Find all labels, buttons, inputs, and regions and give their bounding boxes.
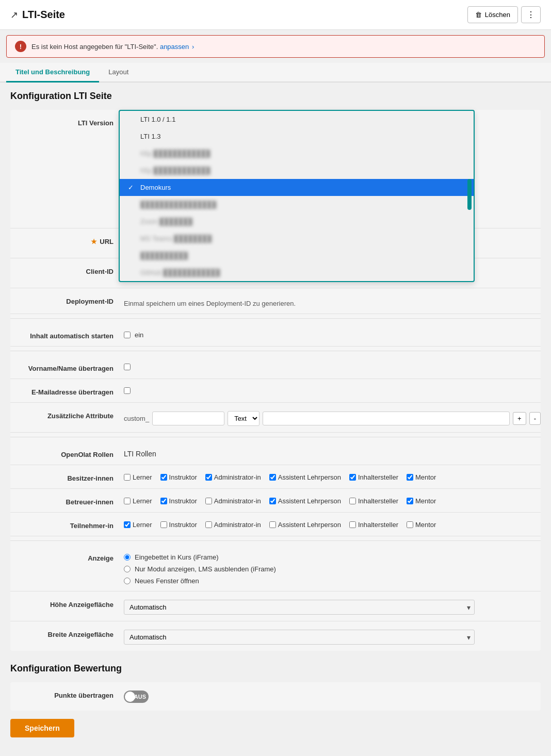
save-button[interactable]: Speichern	[10, 719, 74, 737]
anzeige-option-2: Nur Modul anzeigen, LMS ausblenden (iFra…	[124, 565, 541, 573]
email-row: E-Mailadresse übertragen	[10, 379, 541, 403]
check-selected: ✓	[128, 184, 136, 191]
firstname-checkbox[interactable]	[124, 364, 131, 370]
breite-select[interactable]: Automatisch	[124, 630, 475, 645]
betreuer-assistent-cb[interactable]	[269, 498, 276, 504]
besitzer-instruktor-cb[interactable]	[160, 474, 167, 481]
attr-type-select[interactable]: Text	[228, 411, 260, 426]
attr-value-input[interactable]	[263, 412, 510, 425]
divider-3	[10, 437, 541, 437]
besitzer-assistent: Assistent Lehrperson	[269, 473, 341, 481]
attr-name-input[interactable]	[152, 412, 224, 425]
breite-select-wrapper: Automatisch	[124, 630, 475, 645]
breite-row: Breite Anzeigefläche Automatisch	[10, 621, 541, 651]
page-title-area: ↗ LTI-Seite	[10, 9, 65, 21]
besitzer-lerner-cb[interactable]	[124, 474, 131, 481]
teilnehmer-lerner: Lerner	[124, 521, 152, 529]
check-empty	[128, 201, 136, 208]
teilnehmer-lerner-cb[interactable]	[124, 521, 131, 528]
teilnehmer-admin-cb[interactable]	[205, 521, 212, 528]
divider-4	[10, 540, 541, 541]
dropdown-item-lti10[interactable]: LTI 1.0 / 1.1	[120, 111, 474, 128]
teilnehmer-assistent-cb[interactable]	[269, 521, 276, 528]
delete-label: Löschen	[485, 11, 510, 19]
teilnehmer-mentor: Mentor	[407, 521, 436, 529]
anzeige-radio-1[interactable]	[124, 554, 131, 561]
check-empty	[128, 252, 136, 259]
lti-version-dropdown[interactable]: LTI 1.0 / 1.1 LTI 1.3 h5p ████████████ h…	[119, 110, 475, 282]
hoehe-select[interactable]: Automatisch	[124, 600, 475, 615]
auto-start-checkbox[interactable]	[124, 332, 131, 338]
betreuer-control: Lerner Instruktor Administrator-in Assis…	[124, 495, 541, 505]
dropdown-item-blurred1[interactable]: ████████████████	[120, 196, 474, 213]
client-id-label: Client-ID	[10, 265, 124, 275]
firstname-row: Vorname/Name übertragen	[10, 355, 541, 379]
betreuer-row: Betreuer-innen Lerner Instruktor Adminis…	[10, 489, 541, 513]
besitzer-admin-cb[interactable]	[205, 474, 212, 481]
auto-start-checkbox-label: ein	[135, 331, 143, 339]
betreuer-instruktor-cb[interactable]	[160, 498, 167, 504]
besitzer-control: Lerner Instruktor Administrator-in Assis…	[124, 471, 541, 481]
custom-attr-row: Zusätzliche Attribute custom_ Text + -	[10, 403, 541, 433]
custom-attr-label: Zusätzliche Attribute	[10, 409, 124, 420]
teilnehmer-admin: Administrator-in	[205, 521, 261, 529]
tab-title-description[interactable]: Titel und Beschreibung	[6, 63, 99, 83]
check-empty	[128, 235, 136, 242]
anzeige-radio-2[interactable]	[124, 566, 131, 572]
scroll-indicator	[467, 179, 472, 210]
page-header: ↗ LTI-Seite 🗑 Löschen ⋮	[0, 0, 551, 30]
teilnehmer-row: Teilnehmer-in Lerner Instruktor Administ…	[10, 513, 541, 536]
dropdown-item-demokurs[interactable]: ✓ Demokurs	[120, 179, 474, 196]
anzeige-radio-3[interactable]	[124, 578, 131, 584]
toggle-track[interactable]: AUS	[124, 691, 149, 703]
hoehe-row: Höhe Anzeigefläche Automatisch	[10, 591, 541, 621]
betreuer-inhalt-cb[interactable]	[349, 498, 356, 504]
hoehe-control: Automatisch	[124, 598, 541, 615]
besitzer-label: Besitzer-innen	[10, 471, 124, 482]
hoehe-label: Höhe Anzeigefläche	[10, 598, 124, 609]
betreuer-admin-cb[interactable]	[205, 498, 212, 504]
teilnehmer-mentor-cb[interactable]	[407, 521, 413, 528]
auto-start-control: ein	[124, 329, 541, 339]
betreuer-lerner-cb[interactable]	[124, 498, 131, 504]
openolat-roles-row: OpenOlat Rollen LTI Rollen	[10, 441, 541, 465]
check-empty	[128, 218, 136, 225]
dropdown-item-h5p2[interactable]: h5p ████████████	[120, 162, 474, 179]
check-empty	[128, 116, 136, 123]
toggle-switch[interactable]: AUS	[124, 691, 149, 703]
deployment-id-label: Deployment-ID	[10, 294, 124, 305]
anzeige-option-3: Neues Fenster öffnen	[124, 577, 541, 585]
attr-remove-button[interactable]: -	[529, 412, 541, 425]
besitzer-instruktor: Instruktor	[160, 473, 197, 481]
more-button[interactable]: ⋮	[521, 6, 541, 23]
anzeige-control: Eingebettet in Kurs (iFrame) Nur Modul a…	[124, 551, 541, 585]
email-checkbox[interactable]	[124, 387, 131, 394]
besitzer-mentor-cb[interactable]	[407, 474, 413, 481]
betreuer-inhalt: Inhaltersteller	[349, 497, 398, 505]
teilnehmer-inhalt-cb[interactable]	[349, 521, 356, 528]
dropdown-item-github[interactable]: GitHub ████████████	[120, 264, 474, 281]
header-buttons: 🗑 Löschen ⋮	[467, 6, 541, 23]
alert-bar: ! Es ist kein Host angegeben für "LTI-Se…	[6, 35, 545, 58]
betreuer-mentor-cb[interactable]	[407, 498, 413, 504]
betreuer-mentor: Mentor	[407, 497, 436, 505]
trash-icon: 🗑	[475, 11, 482, 19]
dropdown-item-h5p1[interactable]: h5p ████████████	[120, 145, 474, 162]
dropdown-item-msteams[interactable]: MS Teams ████████	[120, 230, 474, 247]
delete-button[interactable]: 🗑 Löschen	[467, 6, 518, 23]
punkte-control: AUS	[124, 688, 541, 704]
besitzer-inhalt-cb[interactable]	[349, 474, 356, 481]
tab-layout[interactable]: Layout	[99, 63, 138, 83]
divider-1	[10, 318, 541, 319]
check-empty	[128, 269, 136, 276]
anzeige-radio-group: Eingebettet in Kurs (iFrame) Nur Modul a…	[124, 553, 541, 585]
attr-add-button[interactable]: +	[513, 412, 526, 425]
alert-link[interactable]: anpassen	[160, 43, 189, 51]
besitzer-assistent-cb[interactable]	[269, 474, 276, 481]
form-section: LTI Version Demokurs LTI 1.0 / 1.1 LT	[10, 110, 541, 651]
dropdown-item-lti13[interactable]: LTI 1.3	[120, 128, 474, 145]
dropdown-item-blurred2[interactable]: ██████████	[120, 247, 474, 264]
divider-2	[10, 351, 541, 351]
dropdown-item-zoom[interactable]: Zoom ███████	[120, 213, 474, 230]
teilnehmer-instruktor-cb[interactable]	[160, 521, 167, 528]
